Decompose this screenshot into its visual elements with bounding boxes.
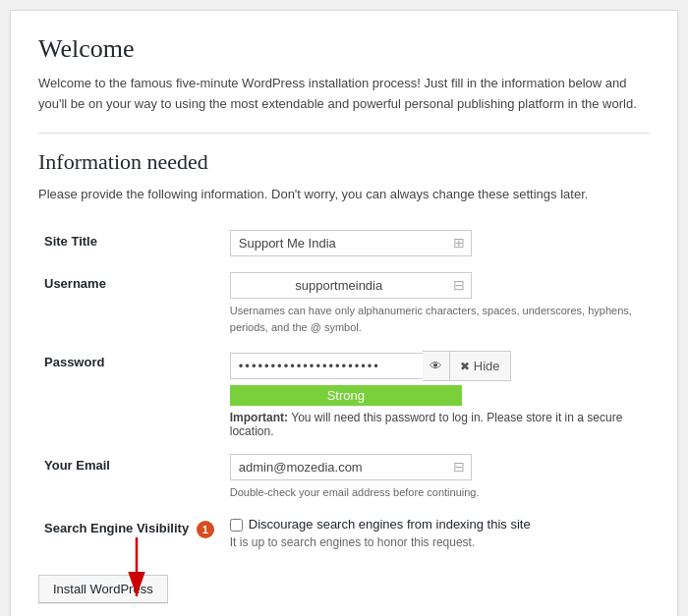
- email-icon: ⊟: [447, 455, 471, 479]
- email-hint: Double-check your email address before c…: [230, 484, 644, 501]
- visibility-checkbox-row: Discourage search engines from indexing …: [230, 517, 644, 532]
- info-description: Please provide the following information…: [38, 185, 650, 205]
- important-keyword: Important:: [230, 411, 288, 424]
- email-field-cell: ⊟ Double-check your email address before…: [220, 446, 650, 509]
- password-input[interactable]: [231, 354, 423, 378]
- username-row: Username ⊟ Usernames can have only alpha…: [38, 264, 650, 343]
- password-hint: Important: You will need this password t…: [230, 411, 644, 438]
- divider-1: [38, 133, 650, 134]
- password-label: Password: [38, 343, 220, 446]
- visibility-field-cell: Discourage search engines from indexing …: [220, 509, 650, 557]
- password-field-cell: 👁 ✖ Hide Strong Important: You will need…: [220, 343, 650, 446]
- username-field-cell: ⊟ Usernames can have only alphanumeric c…: [220, 264, 650, 343]
- info-heading: Information needed: [38, 149, 650, 175]
- welcome-description: Welcome to the famous five-minute WordPr…: [38, 74, 650, 115]
- username-icon: ⊟: [447, 273, 471, 298]
- password-hint-text: You will need this password to log in. P…: [230, 411, 623, 438]
- email-row: Your Email ⊟ Double-check your email add…: [38, 446, 650, 509]
- password-row: Password 👁 ✖ Hide: [38, 343, 650, 446]
- username-hint: Usernames can have only alphanumeric cha…: [230, 303, 644, 335]
- visibility-checkbox-label: Discourage search engines from indexing …: [249, 517, 531, 532]
- site-title-label: Site Title: [38, 222, 220, 264]
- password-input-wrapper: [230, 353, 423, 379]
- email-input-wrapper: ⊟: [230, 454, 472, 480]
- grid-icon: ⊞: [447, 231, 471, 255]
- site-title-row: Site Title ⊞: [38, 222, 650, 264]
- site-title-field-cell: ⊞: [220, 222, 650, 264]
- show-password-button[interactable]: 👁: [423, 351, 450, 381]
- hide-password-button[interactable]: ✖ Hide: [450, 351, 511, 381]
- site-title-input[interactable]: [231, 231, 447, 255]
- username-input-wrapper: ⊟: [230, 272, 472, 299]
- visibility-hint: It is up to search engines to honor this…: [230, 535, 644, 549]
- username-label: Username: [38, 264, 220, 343]
- password-strength-bar: Strong: [230, 385, 462, 406]
- arrow-svg: [117, 528, 235, 616]
- diagonal-slash-icon: ✖: [460, 360, 470, 373]
- password-input-row: 👁 ✖ Hide: [230, 351, 644, 381]
- form-table: Site Title ⊞ Username ⊟ Usernames can h: [38, 222, 650, 557]
- page-title: Welcome: [38, 34, 650, 64]
- hide-label: Hide: [474, 359, 500, 373]
- main-container: Welcome Welcome to the famous five-minut…: [10, 10, 678, 616]
- site-title-input-wrapper: ⊞: [230, 230, 472, 256]
- email-input[interactable]: [231, 455, 447, 479]
- email-label: Your Email: [38, 446, 220, 509]
- username-input[interactable]: [231, 273, 447, 298]
